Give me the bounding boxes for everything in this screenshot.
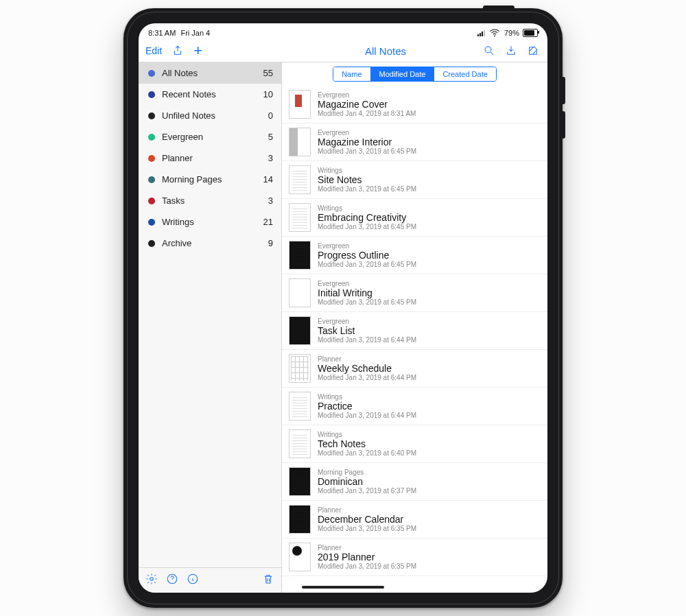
note-modified: Modified Jan 3, 2019 at 6:45 PM	[318, 147, 416, 155]
note-thumbnail	[289, 392, 311, 420]
sidebar-item[interactable]: Tasks3	[139, 190, 281, 211]
toolbar: Edit + All Notes	[139, 40, 547, 62]
cellular-icon	[477, 30, 485, 36]
category-dot-icon	[148, 240, 155, 247]
note-title: December Calendar	[318, 514, 416, 525]
note-row[interactable]: EvergreenTask ListModified Jan 3, 2019 a…	[282, 312, 547, 350]
note-title: Practice	[318, 401, 416, 412]
note-row[interactable]: PlannerWeekly ScheduleModified Jan 3, 20…	[282, 350, 547, 388]
note-meta: Planner2019 PlannerModified Jan 3, 2019 …	[318, 544, 416, 570]
note-title: Initial Writing	[318, 287, 416, 298]
sidebar-item[interactable]: Recent Notes10	[139, 84, 281, 105]
battery-pct: 79%	[504, 29, 519, 37]
sidebar-item-count: 14	[263, 174, 273, 185]
sidebar-item-label: Archive	[162, 238, 268, 248]
note-meta: EvergreenMagazine CoverModified Jan 4, 2…	[318, 91, 416, 117]
sidebar-item-label: Evergreen	[162, 132, 268, 142]
note-row[interactable]: EvergreenMagazine InteriorModified Jan 3…	[282, 123, 547, 161]
note-row[interactable]: EvergreenMagazine CoverModified Jan 4, 2…	[282, 86, 547, 123]
note-meta: PlannerDecember CalendarModified Jan 3, …	[318, 506, 416, 532]
note-modified: Modified Jan 4, 2019 at 8:31 AM	[318, 110, 416, 117]
category-list: All Notes55Recent Notes10Unfiled Notes0E…	[139, 62, 281, 567]
note-list[interactable]: EvergreenMagazine CoverModified Jan 4, 2…	[282, 86, 547, 593]
info-icon[interactable]	[187, 573, 199, 588]
sort-by-name[interactable]: Name	[333, 67, 370, 81]
home-indicator[interactable]	[302, 586, 384, 589]
note-title: 2019 Planner	[318, 552, 416, 562]
sidebar-item[interactable]: Morning Pages14	[139, 169, 281, 190]
sidebar-item[interactable]: Unfiled Notes0	[139, 105, 281, 126]
sidebar-item[interactable]: Planner3	[139, 147, 281, 169]
sort-by-created[interactable]: Created Date	[434, 67, 495, 81]
note-row[interactable]: EvergreenProgress OutlineModified Jan 3,…	[282, 237, 547, 274]
sidebar-item-label: All Notes	[162, 68, 263, 78]
note-title: Magazine Interior	[318, 137, 416, 147]
sidebar-item[interactable]: All Notes55	[139, 62, 281, 84]
add-button[interactable]: +	[193, 45, 202, 57]
sidebar-item-count: 3	[268, 153, 273, 163]
note-thumbnail	[289, 316, 311, 345]
note-row[interactable]: Morning PagesDominicanModified Jan 3, 20…	[282, 463, 547, 501]
compose-icon[interactable]	[527, 45, 539, 57]
note-meta: EvergreenInitial WritingModified Jan 3, …	[318, 280, 416, 306]
note-meta: PlannerWeekly ScheduleModified Jan 3, 20…	[318, 355, 416, 381]
category-dot-icon	[148, 91, 155, 98]
note-thumbnail	[289, 354, 311, 383]
note-thumbnail	[289, 279, 311, 307]
sidebar-item-count: 10	[263, 89, 273, 99]
note-row[interactable]: EvergreenInitial WritingModified Jan 3, …	[282, 274, 547, 312]
category-dot-icon	[148, 70, 155, 77]
sidebar-item[interactable]: Evergreen5	[139, 126, 281, 147]
note-modified: Modified Jan 3, 2019 at 6:35 PM	[318, 562, 416, 570]
note-meta: WritingsEmbracing CreativityModified Jan…	[318, 204, 416, 230]
note-thumbnail	[289, 505, 311, 534]
note-row[interactable]: Planner2019 PlannerModified Jan 3, 2019 …	[282, 538, 547, 576]
trash-icon[interactable]	[262, 573, 274, 588]
sort-segmented-control: Name Modified Date Created Date	[282, 62, 547, 86]
note-thumbnail	[289, 128, 311, 156]
power-button	[483, 5, 514, 10]
settings-icon[interactable]	[145, 573, 158, 588]
note-meta: WritingsSite NotesModified Jan 3, 2019 a…	[318, 167, 416, 193]
note-title: Dominican	[318, 476, 416, 487]
status-date: Fri Jan 4	[180, 29, 210, 37]
volume-up-button	[561, 77, 565, 104]
ipad-frame: 8:31 AM Fri Jan 4 79% Edit	[123, 8, 563, 608]
sidebar-item-label: Tasks	[162, 196, 268, 206]
sidebar-item[interactable]: Archive9	[139, 233, 281, 254]
page-title: All Notes	[288, 45, 483, 57]
note-row[interactable]: PlannerDecember CalendarModified Jan 3, …	[282, 501, 547, 538]
note-modified: Modified Jan 3, 2019 at 6:35 PM	[318, 525, 416, 532]
note-category: Morning Pages	[318, 469, 416, 476]
note-category: Writings	[318, 431, 416, 438]
note-thumbnail	[289, 429, 311, 458]
search-icon[interactable]	[483, 45, 495, 57]
note-category: Evergreen	[318, 280, 416, 287]
note-row[interactable]: WritingsSite NotesModified Jan 3, 2019 a…	[282, 161, 547, 199]
note-thumbnail	[289, 165, 311, 194]
category-dot-icon	[148, 219, 155, 226]
sidebar-toolbar	[139, 567, 281, 593]
status-time: 8:31 AM	[148, 29, 176, 37]
import-icon[interactable]	[505, 45, 517, 57]
note-row[interactable]: WritingsEmbracing CreativityModified Jan…	[282, 199, 547, 237]
help-icon[interactable]	[166, 573, 178, 588]
note-row[interactable]: WritingsTech NotesModified Jan 3, 2019 a…	[282, 425, 547, 463]
sidebar-item-count: 3	[268, 196, 273, 206]
sidebar-item-count: 55	[263, 68, 273, 78]
sidebar-item[interactable]: Writings21	[139, 211, 281, 233]
note-meta: EvergreenProgress OutlineModified Jan 3,…	[318, 242, 416, 268]
note-category: Planner	[318, 355, 416, 363]
note-category: Evergreen	[318, 242, 416, 250]
note-modified: Modified Jan 3, 2019 at 6:45 PM	[318, 261, 416, 268]
note-title: Tech Notes	[318, 438, 416, 449]
note-row[interactable]: WritingsPracticeModified Jan 3, 2019 at …	[282, 388, 547, 425]
battery-icon	[523, 29, 538, 37]
sort-by-modified[interactable]: Modified Date	[370, 67, 434, 81]
note-modified: Modified Jan 3, 2019 at 6:44 PM	[318, 412, 416, 419]
note-title: Progress Outline	[318, 250, 416, 261]
svg-point-1	[485, 47, 491, 53]
share-icon[interactable]	[172, 45, 184, 57]
edit-button[interactable]: Edit	[145, 45, 162, 56]
note-meta: WritingsPracticeModified Jan 3, 2019 at …	[318, 393, 416, 419]
